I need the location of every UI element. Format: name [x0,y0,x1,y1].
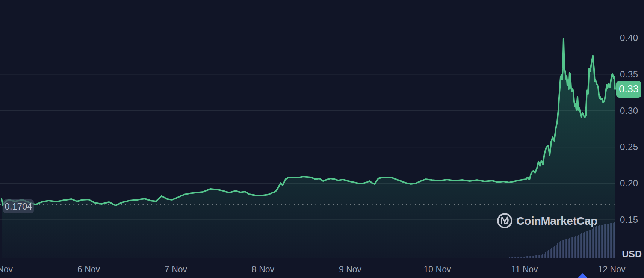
reference-price-tooltip: 0.1704 [3,199,34,213]
x-tick-label: 8 Nov [252,264,274,275]
currency-unit-label: USD [622,249,642,260]
x-tick-label: 6 Nov [77,264,100,275]
x-tick-label: 5 Nov [0,264,13,275]
y-tick-label: 0.15 [620,215,643,225]
watermark-text: CoinMarketCap [516,215,597,227]
x-tick-label: 12 Nov [598,264,626,275]
x-tick-label: 9 Nov [339,264,361,275]
x-tick-label: 10 Nov [424,264,451,275]
price-chart-plot-area[interactable] [0,0,644,278]
y-tick-label: 0.30 [620,106,643,116]
y-tick-label: 0.35 [620,69,643,80]
y-tick-label: 0.25 [620,142,643,152]
coinmarketcap-logo-icon [497,213,513,229]
coinmarketcap-watermark: CoinMarketCap [497,213,597,229]
x-tick-label: 7 Nov [165,264,187,275]
x-tick-label: 11 Nov [511,264,538,275]
y-tick-label: 0.20 [620,178,643,189]
y-tick-label: 0.40 [620,33,643,43]
last-price-badge: 0.33 [616,81,641,98]
price-chart-screen: 0.400.350.300.250.200.15 5 Nov6 Nov7 Nov… [0,0,644,278]
